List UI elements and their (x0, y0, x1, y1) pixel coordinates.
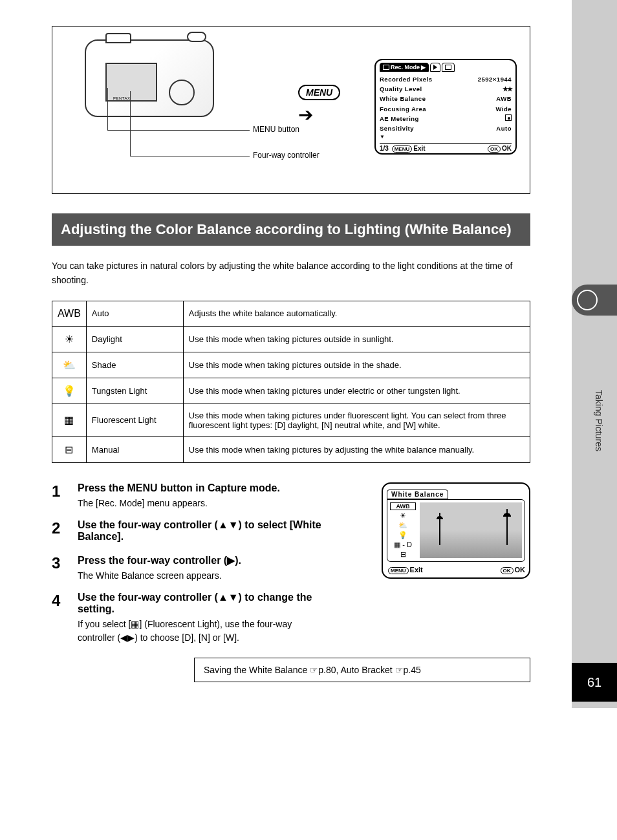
wb-row-desc: Use this mode when taking pictures outsi… (183, 326, 530, 352)
wb-row-icon: ☀ (52, 326, 87, 352)
menu-item-label: Focusing Area (380, 104, 426, 114)
wb-row-mode: Shade (86, 352, 183, 378)
wb-option-fluorescent-icon: ▦ - D (390, 541, 416, 549)
wb-row-mode: Tungsten Light (86, 378, 183, 404)
play-icon (433, 65, 437, 70)
step-number: 3 (52, 554, 71, 583)
wb-preview-image (420, 502, 522, 558)
exit-label: Exit (413, 145, 425, 152)
wb-option-daylight-icon: ☀ (390, 512, 416, 520)
ok-label: OK (515, 566, 526, 574)
exit-label: Exit (410, 566, 423, 574)
menu-page-indicator: 1/3 (380, 145, 389, 152)
wb-row-mode: Daylight (86, 326, 183, 352)
menu-item-value (505, 114, 512, 124)
step-number: 2 (52, 519, 71, 545)
menu-pill-mini-icon: MENU (388, 567, 409, 574)
camera-illustration: PENTAX (85, 39, 227, 130)
camera-brand-label: PENTAX (113, 96, 131, 100)
step-text: The [Rec. Mode] menu appears. (78, 497, 323, 510)
menu-item-value: AWB (496, 94, 512, 103)
section-thumb-tab (572, 285, 617, 316)
white-balance-table: AWBAutoAdjusts the white balance automat… (52, 301, 530, 463)
step-number: 4 (52, 592, 71, 645)
wb-row-icon: 💡 (52, 378, 87, 404)
wb-row-desc: Use this mode when taking pictures under… (183, 378, 530, 404)
lead-label-menu-button: MENU button (253, 125, 299, 134)
wb-row-mode: Auto (86, 301, 183, 326)
wb-row-desc: Use this mode when taking pictures by ad… (183, 436, 530, 462)
scroll-down-icon: ▼ (380, 133, 385, 142)
step-number: 1 (52, 482, 71, 510)
lead-label-four-way: Four-way controller (253, 151, 319, 160)
wb-row-desc: Adjusts the white balance automatically. (183, 301, 530, 326)
lcd-rec-mode-menu: Rec. Mode▶ Recorded Pixels2592×1944 Qual… (374, 59, 517, 155)
step-text: The White Balance screen appears. (78, 569, 323, 583)
wrench-icon (445, 65, 451, 70)
menu-item-label: Recorded Pixels (380, 74, 432, 84)
tab-rec-mode-label: Rec. Mode (391, 64, 420, 70)
wb-option-auto: AWB (390, 502, 416, 510)
menu-item-label: Quality Level (380, 84, 422, 94)
step-3: 3 Press the four-way controller (▶). The… (52, 554, 323, 583)
step-1: 1 Press the MENU button in Capture mode.… (52, 482, 323, 510)
ok-pill-mini-icon: OK (488, 145, 501, 153)
camera-diagram-box: PENTAX MENU button Four-way controller M… (52, 26, 530, 194)
menu-item-label: AE Metering (380, 114, 419, 124)
step-2: 2 Use the four-way controller (▲▼) to se… (52, 519, 323, 545)
step-title: Press the four-way controller (▶). (78, 554, 323, 566)
menu-item-value: Wide (495, 104, 512, 114)
wb-fluoro-type: - D (402, 541, 412, 548)
wb-row-icon: ▦ (52, 404, 87, 436)
wb-option-shade-icon: ⛅ (390, 521, 416, 530)
menu-item-value: 2592×1944 (478, 74, 512, 84)
multi-metering-icon (505, 114, 512, 121)
step-title: Press the MENU button in Capture mode. (78, 482, 323, 494)
wb-row-mode: Manual (86, 436, 183, 462)
page-number: 61 (572, 663, 617, 702)
wb-row-desc: Use this mode when taking pictures under… (183, 404, 530, 436)
intro-paragraph: You can take pictures in natural colors … (52, 259, 530, 288)
arrow-right-icon: ➔ (298, 104, 313, 125)
wb-row-icon: ⛅ (52, 352, 87, 378)
step-4: 4 Use the four-way controller (▲▼) to ch… (52, 592, 323, 645)
wb-row-desc: Use this mode when taking pictures outsi… (183, 352, 530, 378)
tab-playback (430, 63, 440, 72)
menu-item-value: ★★ (503, 84, 512, 94)
ok-label: OK (502, 145, 512, 152)
menu-item-value: Auto (496, 124, 512, 133)
section-title: Adjusting the Color Balance according to… (52, 213, 530, 246)
wb-popup-title: White Balance (387, 490, 448, 499)
menu-pill-mini-icon: MENU (392, 145, 413, 153)
menu-item-label: Sensitivity (380, 124, 414, 133)
white-balance-screen: White Balance AWB ☀ ⛅ 💡 ▦ - D ⊟ MENUExit… (382, 482, 530, 579)
camera-icon (383, 65, 389, 70)
wb-row-icon: ⊟ (52, 436, 87, 462)
cross-reference-box: Saving the White Balance ☞p.80, Auto Bra… (194, 658, 530, 682)
step-title: Use the four-way controller (▲▼) to chan… (78, 592, 323, 615)
tab-setup (442, 63, 455, 72)
wb-row-mode: Fluorescent Light (86, 404, 183, 436)
steps-area: 1 Press the MENU button in Capture mode.… (52, 482, 530, 645)
step-title: Use the four-way controller (▲▼) to sele… (78, 519, 323, 543)
menu-button-pill: MENU (298, 85, 340, 100)
tab-rec-mode: Rec. Mode▶ (380, 63, 429, 72)
side-section-label: Taking Pictures (594, 336, 604, 504)
wb-row-icon: AWB (52, 301, 87, 326)
ok-pill-mini-icon: OK (501, 567, 514, 574)
step-text: If you select [▦] (Fluorescent Light), u… (78, 618, 323, 645)
menu-item-label: White Balance (380, 94, 426, 103)
wb-option-tungsten-icon: 💡 (390, 531, 416, 539)
wb-option-manual-icon: ⊟ (390, 550, 416, 559)
